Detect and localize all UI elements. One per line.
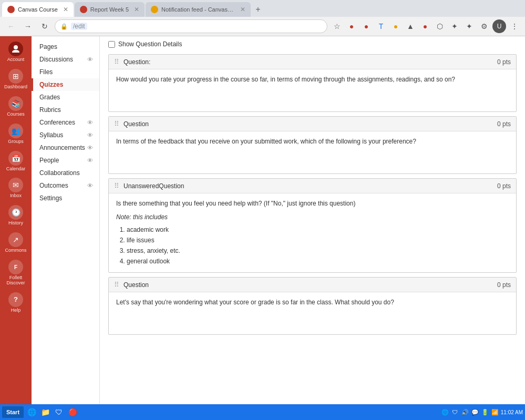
taskbar-icon-folder[interactable]: 📁 bbox=[39, 406, 51, 418]
forward-button[interactable]: → bbox=[21, 19, 35, 33]
nav-item-follett[interactable]: F FollettDiscover bbox=[0, 257, 32, 289]
course-nav-people[interactable]: People 👁 bbox=[32, 154, 99, 167]
drag-handle-1[interactable]: ⠿ bbox=[114, 58, 119, 66]
dashboard-icon: ⊞ bbox=[8, 69, 23, 84]
question-text-3: Is there something that you feel you nee… bbox=[116, 199, 509, 208]
tab-3-close[interactable]: ✕ bbox=[240, 6, 245, 13]
extension-icon-2[interactable]: ● bbox=[360, 20, 373, 33]
question-label-3: UnansweredQuestion bbox=[123, 182, 184, 190]
nav-item-dashboard[interactable]: ⊞ Dashboard bbox=[0, 66, 32, 93]
groups-icon: 👥 bbox=[8, 124, 23, 138]
extension-icon-7[interactable]: ⬡ bbox=[434, 20, 446, 33]
calendar-icon: 📅 bbox=[8, 151, 23, 166]
new-tab-button[interactable]: + bbox=[252, 3, 264, 16]
list-item-1: academic work bbox=[127, 225, 509, 234]
nav-item-history[interactable]: 🕐 History bbox=[0, 202, 32, 229]
extension-icon-8[interactable]: ✦ bbox=[448, 20, 461, 33]
pts-badge-2: 0 pts bbox=[497, 120, 511, 128]
nav-item-calendar[interactable]: 📅 Calendar bbox=[0, 148, 32, 175]
question-header-1: ⠿ Question: 0 pts bbox=[109, 55, 516, 69]
lock-icon: 🔒 bbox=[60, 23, 68, 30]
question-body-3: Is there something that you feel you nee… bbox=[109, 193, 516, 272]
tab-1[interactable]: Canvas Course ✕ bbox=[2, 2, 74, 17]
show-details-bar: Show Question Details bbox=[100, 36, 525, 52]
course-nav-settings[interactable]: Settings bbox=[32, 192, 99, 204]
systray-shield: 🛡 bbox=[451, 408, 459, 416]
question-text-1: How would you rate your progress in the … bbox=[116, 76, 455, 83]
list-item-2: life issues bbox=[127, 235, 509, 245]
course-nav-collaborations[interactable]: Collaborations bbox=[32, 167, 99, 179]
address-bar-row: ← → ↻ 🔒 /edit ☆ ● ● T ● ▲ ● ⬡ ✦ ✦ ⚙ U ⋮ bbox=[0, 17, 525, 36]
course-nav-files[interactable]: Files bbox=[32, 66, 99, 78]
drag-handle-2[interactable]: ⠿ bbox=[114, 120, 119, 128]
show-question-details-label[interactable]: Show Question Details bbox=[118, 40, 182, 48]
drag-handle-3[interactable]: ⠿ bbox=[114, 182, 119, 190]
extension-icon-5[interactable]: ▲ bbox=[404, 20, 417, 33]
nav-item-courses[interactable]: 📚 Courses bbox=[0, 93, 32, 120]
course-nav-quizzes-label: Quizzes bbox=[39, 81, 63, 88]
systray-volume: 🔊 bbox=[461, 408, 469, 416]
extension-icon-3[interactable]: T bbox=[375, 20, 387, 33]
course-nav-outcomes[interactable]: Outcomes 👁 bbox=[32, 179, 99, 192]
nav-follett-label: FollettDiscover bbox=[6, 275, 25, 286]
course-nav-announcements[interactable]: Announcements 👁 bbox=[32, 141, 99, 154]
question-label-2: Question bbox=[123, 120, 149, 128]
course-nav-pages-label: Pages bbox=[39, 43, 57, 50]
back-button[interactable]: ← bbox=[4, 19, 18, 33]
nav-item-inbox[interactable]: ✉ Inbox bbox=[0, 175, 32, 202]
course-nav-files-label: Files bbox=[39, 68, 53, 76]
nav-item-groups[interactable]: 👥 Groups bbox=[0, 120, 32, 148]
announcements-masquerade-icon: 👁 bbox=[87, 145, 93, 151]
start-button[interactable]: Start bbox=[2, 406, 24, 418]
course-nav-quizzes[interactable]: Quizzes bbox=[32, 78, 99, 91]
account-avatar bbox=[8, 42, 23, 56]
show-question-details-checkbox[interactable] bbox=[108, 41, 115, 48]
course-nav-grades[interactable]: Grades bbox=[32, 91, 99, 104]
taskbar-icon-ie[interactable]: 🌐 bbox=[26, 406, 37, 418]
address-bar[interactable]: 🔒 /edit bbox=[55, 19, 327, 33]
extension-icon-6[interactable]: ● bbox=[419, 20, 431, 33]
nav-item-help[interactable]: ? Help bbox=[0, 289, 32, 316]
taskbar-icon-app2[interactable]: 🔴 bbox=[67, 406, 78, 418]
extensions-button[interactable]: ⚙ bbox=[478, 20, 490, 33]
extension-icon-9[interactable]: ✦ bbox=[463, 20, 476, 33]
tab-2-title: Report Week 5 bbox=[90, 6, 129, 13]
tab-2-close[interactable]: ✕ bbox=[134, 6, 139, 13]
question-label-4: Question bbox=[123, 281, 149, 289]
content-area: Show Question Details ⠿ Question: 0 pts … bbox=[100, 36, 525, 405]
reload-button[interactable]: ↻ bbox=[38, 19, 52, 33]
question-card-4: ⠿ Question 0 pts Let's say that you're w… bbox=[108, 277, 517, 335]
courses-icon: 📚 bbox=[8, 96, 23, 111]
course-nav-discussions[interactable]: Discussions 👁 bbox=[32, 53, 99, 66]
course-nav-rubrics[interactable]: Rubrics bbox=[32, 104, 99, 116]
nav-item-account[interactable]: Account bbox=[0, 38, 32, 66]
discussions-masquerade-icon: 👁 bbox=[87, 56, 93, 63]
tab-1-close[interactable]: ✕ bbox=[63, 6, 68, 13]
question-header-left-1: ⠿ Question: bbox=[114, 58, 150, 66]
course-nav-pages[interactable]: Pages bbox=[32, 40, 99, 53]
pts-badge-1: 0 pts bbox=[497, 58, 511, 66]
syllabus-masquerade-icon: 👁 bbox=[87, 132, 93, 138]
star-icon[interactable]: ☆ bbox=[331, 20, 343, 33]
course-sidebar: Pages Discussions 👁 Files Quizzes Grades… bbox=[32, 36, 100, 405]
question-list-3: academic work life issues stress, anxiet… bbox=[127, 225, 509, 266]
tab-3[interactable]: Notification feed - Canvas Commun... ✕ bbox=[146, 2, 251, 17]
tab-2[interactable]: Report Week 5 ✕ bbox=[75, 2, 145, 17]
nav-item-commons[interactable]: ↗ Commons bbox=[0, 229, 32, 257]
nav-inbox-label: Inbox bbox=[10, 193, 22, 199]
extension-icon-4[interactable]: ● bbox=[389, 20, 402, 33]
inbox-icon: ✉ bbox=[8, 178, 23, 192]
course-nav-syllabus[interactable]: Syllabus 👁 bbox=[32, 129, 99, 141]
toolbar-icons: ☆ ● ● T ● ▲ ● ⬡ ✦ ✦ ⚙ U ⋮ bbox=[331, 19, 521, 33]
course-nav-conferences[interactable]: Conferences 👁 bbox=[32, 116, 99, 129]
systray-msg: 💬 bbox=[471, 408, 479, 416]
question-text-4: Let's say that you're wondering what you… bbox=[116, 299, 394, 306]
profile-icon[interactable]: U bbox=[492, 19, 506, 33]
pts-badge-4: 0 pts bbox=[497, 281, 511, 289]
taskbar-icon-app1[interactable]: 🛡 bbox=[53, 406, 65, 418]
course-nav-grades-label: Grades bbox=[39, 94, 60, 101]
extension-icon-1[interactable]: ● bbox=[345, 20, 358, 33]
menu-button[interactable]: ⋮ bbox=[508, 20, 521, 33]
course-nav-discussions-label: Discussions bbox=[39, 56, 73, 63]
drag-handle-4[interactable]: ⠿ bbox=[114, 281, 119, 289]
